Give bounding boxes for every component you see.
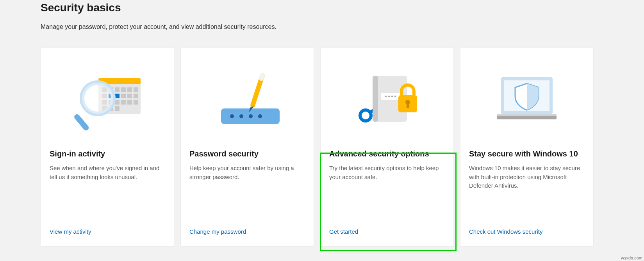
- card-windows-security[interactable]: Stay secure with Windows 10 Windows 10 m…: [460, 48, 594, 247]
- svg-point-27: [230, 114, 234, 118]
- card-body: Sign-in activity See when and where you'…: [41, 149, 174, 228]
- card-password-security[interactable]: Password security Help keep your account…: [180, 48, 314, 247]
- card-signin-activity[interactable]: Sign-in activity See when and where you'…: [41, 48, 174, 247]
- svg-rect-49: [497, 114, 557, 116]
- card-desc: Windows 10 makes it easier to stay secur…: [469, 164, 585, 190]
- svg-rect-5: [121, 87, 126, 92]
- card-title: Password security: [189, 149, 305, 158]
- svg-rect-17: [134, 100, 138, 105]
- svg-rect-6: [127, 87, 132, 92]
- svg-point-42: [394, 96, 396, 97]
- card-title: Advanced security options: [329, 149, 445, 158]
- svg-rect-25: [73, 113, 90, 131]
- svg-point-40: [388, 96, 390, 97]
- card-footer: View my activity: [41, 228, 174, 246]
- svg-point-28: [239, 114, 243, 118]
- page-subtitle: Manage your password, protect your accou…: [41, 23, 644, 30]
- svg-rect-7: [134, 87, 138, 92]
- card-title: Sign-in activity: [50, 149, 165, 158]
- svg-rect-11: [134, 94, 138, 98]
- view-activity-link[interactable]: View my activity: [50, 228, 91, 235]
- watermark: wsxdn.com: [621, 256, 642, 260]
- card-body: Stay secure with Windows 10 Windows 10 m…: [460, 149, 593, 228]
- svg-rect-4: [115, 87, 120, 92]
- svg-point-29: [249, 114, 253, 118]
- svg-rect-14: [115, 100, 120, 105]
- svg-rect-15: [121, 100, 126, 105]
- svg-point-41: [391, 96, 393, 97]
- svg-rect-16: [127, 100, 132, 105]
- card-footer: Change my password: [181, 228, 314, 246]
- card-footer: Get started: [321, 228, 453, 246]
- magnifier-calendar-icon: [41, 48, 174, 149]
- card-desc: See when and where you've signed in and …: [50, 164, 165, 181]
- change-password-link[interactable]: Change my password: [189, 228, 246, 235]
- get-started-link[interactable]: Get started: [329, 228, 358, 235]
- svg-point-30: [258, 114, 262, 118]
- svg-rect-45: [407, 103, 409, 108]
- security-basics-page: Security basics Manage your password, pr…: [0, 2, 644, 247]
- card-desc: Try the latest security options to help …: [329, 164, 445, 181]
- windows-security-link[interactable]: Check out Windows security: [469, 228, 542, 235]
- password-pen-icon: [181, 48, 314, 149]
- page-title: Security basics: [41, 2, 644, 14]
- laptop-shield-icon: [460, 48, 593, 149]
- cards-row: Sign-in activity See when and where you'…: [41, 48, 644, 247]
- card-title: Stay secure with Windows 10: [469, 149, 585, 158]
- card-advanced-security[interactable]: Advanced security options Try the latest…: [320, 48, 454, 247]
- card-body: Advanced security options Try the latest…: [321, 149, 453, 228]
- card-footer: Check out Windows security: [460, 228, 593, 246]
- svg-rect-9: [121, 94, 126, 98]
- svg-point-34: [360, 110, 371, 121]
- svg-rect-37: [373, 76, 378, 122]
- svg-point-24: [82, 83, 113, 114]
- card-desc: Help keep your account safer by using a …: [189, 164, 305, 181]
- svg-rect-20: [115, 106, 120, 111]
- svg-point-39: [385, 96, 387, 97]
- lock-key-notebook-icon: [321, 48, 453, 149]
- card-body: Password security Help keep your account…: [181, 149, 314, 228]
- svg-rect-10: [127, 94, 132, 98]
